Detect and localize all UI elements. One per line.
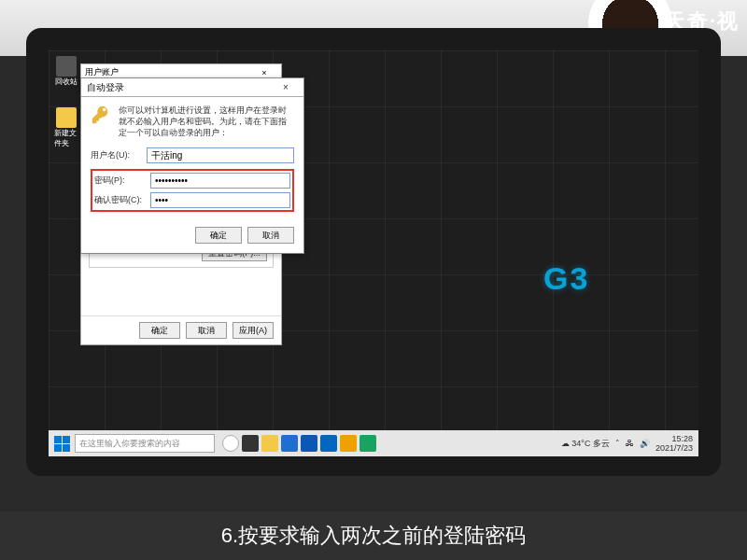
dialog-title: 自动登录 <box>87 81 124 94</box>
search-input[interactable]: 在这里输入你要搜索的内容 <box>75 434 215 453</box>
desktop-icons: 回收站 新建文件夹 <box>54 56 78 148</box>
weather-widget[interactable]: ☁ 34°C 多云 <box>561 438 610 450</box>
desktop-icon-label: 回收站 <box>55 77 78 87</box>
tray-chevron-icon[interactable]: ˄ <box>615 439 620 448</box>
windows-logo-icon <box>54 436 70 452</box>
taskview-icon[interactable] <box>242 435 259 452</box>
confirm-password-label: 确认密码(C): <box>94 194 150 206</box>
edge-chromium-icon[interactable] <box>281 435 298 452</box>
search-placeholder: 在这里输入你要搜索的内容 <box>79 438 180 450</box>
folder-icon[interactable]: 新建文件夹 <box>54 107 78 148</box>
cortana-icon[interactable] <box>222 435 239 452</box>
taskbar: 在这里输入你要搜索的内容 ☁ 34°C 多云 ˄ 🖧 🔊 15:28 <box>49 430 698 456</box>
password-label: 密码(P): <box>94 175 150 187</box>
taskbar-clock[interactable]: 15:28 2021/7/23 <box>655 434 693 453</box>
task-icons <box>222 435 376 452</box>
date-text: 2021/7/23 <box>655 443 693 453</box>
dialog-info-text: 你可以对计算机进行设置，这样用户在登录时就不必输入用户名和密码。为此，请在下面指… <box>119 105 294 138</box>
confirm-password-input[interactable] <box>150 192 290 208</box>
system-tray[interactable]: ☁ 34°C 多云 ˄ 🖧 🔊 15:28 2021/7/23 <box>561 434 697 453</box>
close-icon[interactable]: × <box>274 82 298 92</box>
security-icon[interactable] <box>340 435 357 452</box>
edge-icon[interactable] <box>301 435 317 452</box>
start-button[interactable] <box>50 433 73 454</box>
close-icon[interactable]: × <box>251 68 277 77</box>
auto-login-dialog: 自动登录 × 你可以对计算机进行设置，这样用户在登录时就不必输入用户名和密码。为… <box>80 77 304 254</box>
highlighted-password-area: 密码(P): 确认密码(C): <box>91 169 294 212</box>
laptop-bezel: 回收站 新建文件夹 G3 用户账户 × 添加(D)... 删除(R) 属性(O) <box>26 28 721 476</box>
screen: 回收站 新建文件夹 G3 用户账户 × 添加(D)... 删除(R) 属性(O) <box>49 50 698 456</box>
cancel-button[interactable]: 取消 <box>247 227 294 244</box>
dialog-titlebar[interactable]: 自动登录 × <box>81 78 303 97</box>
password-input[interactable] <box>150 173 290 189</box>
network-icon[interactable]: 🖧 <box>626 439 634 448</box>
ok-button[interactable]: 确定 <box>195 227 242 244</box>
explorer-icon[interactable] <box>261 435 278 452</box>
username-input[interactable] <box>147 147 294 163</box>
volume-icon[interactable]: 🔊 <box>640 439 650 448</box>
ok-button[interactable]: 确定 <box>139 322 180 339</box>
recycle-bin-icon[interactable]: 回收站 <box>54 56 78 87</box>
apply-button[interactable]: 应用(A) <box>233 322 274 339</box>
wallpaper-logo: G3 <box>543 260 589 297</box>
cancel-button[interactable]: 取消 <box>186 322 227 339</box>
store-icon[interactable] <box>320 435 337 452</box>
key-icon <box>91 105 111 138</box>
username-label: 用户名(U): <box>91 149 147 161</box>
desktop-icon-label: 新建文件夹 <box>54 128 78 148</box>
instruction-caption: 6.按要求输入两次之前的登陆密码 <box>0 511 747 560</box>
time-text: 15:28 <box>655 434 693 443</box>
wechat-icon[interactable] <box>359 435 376 452</box>
